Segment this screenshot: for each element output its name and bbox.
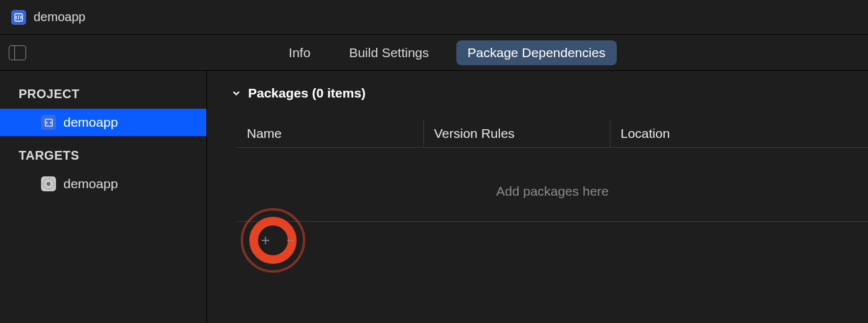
remove-package-button[interactable]	[282, 232, 299, 249]
chevron-down-icon	[231, 88, 242, 99]
column-name[interactable]: Name	[237, 126, 423, 141]
column-version-rules[interactable]: Version Rules	[423, 119, 610, 147]
project-icon	[41, 115, 56, 130]
packages-section-header[interactable]: Packages (0 items)	[231, 86, 868, 101]
add-package-button[interactable]	[257, 232, 274, 249]
sidebar-project-label: demoapp	[63, 115, 118, 130]
content-area: Packages (0 items) Name Version Rules Lo…	[207, 71, 868, 323]
titlebar: demoapp	[0, 0, 868, 35]
column-location[interactable]: Location	[610, 119, 868, 147]
editor-tabs: Info Build Settings Package Dependencies	[26, 40, 868, 65]
sidebar-project-item[interactable]: demoapp	[0, 109, 206, 136]
sidebar-target-item[interactable]: demoapp	[0, 170, 206, 198]
project-sidebar: PROJECT demoapp TARGETS demoapp	[0, 71, 207, 323]
tab-build-settings[interactable]: Build Settings	[338, 40, 440, 65]
empty-placeholder: Add packages here	[237, 148, 868, 221]
toolbar: Info Build Settings Package Dependencies	[0, 35, 868, 71]
project-heading: PROJECT	[0, 82, 206, 109]
target-icon	[41, 176, 56, 191]
tab-package-dependencies[interactable]: Package Dependencies	[456, 40, 617, 65]
tab-info[interactable]: Info	[277, 40, 321, 65]
sidebar-target-label: demoapp	[63, 176, 118, 191]
project-icon	[11, 10, 26, 25]
targets-heading: TARGETS	[0, 136, 206, 170]
table-header: Name Version Rules Location	[237, 119, 868, 148]
packages-table: Name Version Rules Location Add packages…	[237, 119, 868, 258]
table-footer	[237, 221, 868, 258]
project-title: demoapp	[34, 10, 85, 24]
packages-section-title: Packages (0 items)	[248, 86, 366, 101]
main-area: PROJECT demoapp TARGETS demoapp Packages…	[0, 71, 868, 323]
panel-toggle-icon[interactable]	[9, 45, 26, 60]
